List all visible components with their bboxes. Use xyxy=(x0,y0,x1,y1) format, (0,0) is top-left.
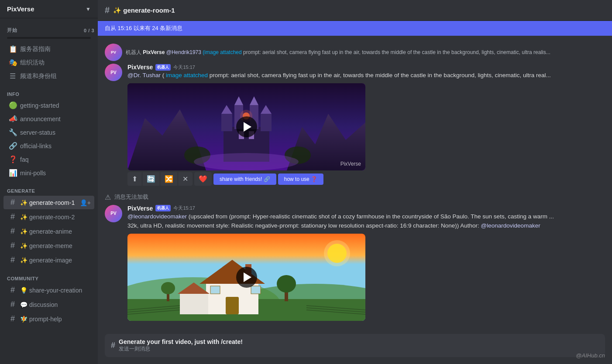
sidebar-item-label: ✨ generate-meme xyxy=(20,242,91,249)
channel-name: ✨ generate-room-1 xyxy=(113,7,175,14)
channel-header: # ✨ generate-room-1 xyxy=(98,0,612,21)
sidebar-item-label: 💡 share-your-creation xyxy=(20,287,91,294)
sidebar-item-label: 💬 discussion xyxy=(20,301,91,308)
hash-icon: # xyxy=(9,241,17,250)
share-with-friends-button[interactable]: share with friends! 🔗 xyxy=(213,173,276,185)
server-header[interactable]: PixVerse ▼ xyxy=(0,0,98,18)
sidebar-item-server-guide[interactable]: 📋 服务器指南 xyxy=(3,43,94,55)
svg-rect-27 xyxy=(226,297,239,314)
sidebar-item-share-your-creation[interactable]: # 💡 share-your-creation xyxy=(3,283,94,297)
sidebar-item-server-status[interactable]: 🔧 server-status xyxy=(3,126,94,139)
sidebar-item-faq[interactable]: ❓ faq xyxy=(3,153,94,166)
info-section-label: INFO xyxy=(7,92,19,97)
add-member-icon[interactable]: 👤+ xyxy=(80,199,91,206)
announcement-icon: 📣 xyxy=(9,115,17,123)
sidebar-item-label: ✨ generate-room-2 xyxy=(20,214,91,221)
official-links-icon: 🔗 xyxy=(9,142,17,150)
bot-name-2: PixVerse xyxy=(127,205,153,212)
start-progress: 0 / 3 xyxy=(84,28,94,33)
system-message: ⚠ 消息无法加载 xyxy=(98,191,612,203)
message-header-2: PixVerse 机器人 今天15:17 xyxy=(127,205,605,212)
sidebar: PixVerse ▼ 开始 0 / 3 📋 服务器指南 🎭 组织活动 ☰ 频道和… xyxy=(0,0,98,364)
messages-area[interactable]: PV 机器人 PixVerse @Hendrik1973 (image atta… xyxy=(98,36,612,330)
sidebar-item-prompt-help[interactable]: # 🧚 prompt-help xyxy=(3,312,94,326)
info-section-header: INFO xyxy=(0,90,98,99)
upscale-button[interactable]: ⬆ xyxy=(127,172,142,186)
heart-button[interactable]: ❤️ xyxy=(194,172,212,186)
svg-rect-31 xyxy=(180,293,208,314)
message-text-2b: 32k, ultra HD, realistic movement style:… xyxy=(127,222,605,230)
play-button-farmhouse[interactable] xyxy=(236,267,257,288)
avatar: PV xyxy=(105,64,122,81)
play-button-castle[interactable] xyxy=(236,116,257,137)
message-group-2: PV PixVerse 机器人 今天15:17 @leonardovideoma… xyxy=(98,203,612,323)
hash-icon: # xyxy=(9,227,17,236)
sidebar-item-label: 组织活动 xyxy=(20,59,91,67)
server-name: PixVerse xyxy=(7,5,34,13)
sidebar-item-label: 服务器指南 xyxy=(20,45,91,53)
sidebar-item-label: ✨ generate-image xyxy=(20,257,91,264)
header-link[interactable]: (image attatched xyxy=(203,49,241,55)
start-section-label: 开始 xyxy=(7,27,17,34)
image-attached-link[interactable]: image attatched xyxy=(166,72,208,78)
sidebar-item-label: 🧚 prompt-help xyxy=(20,316,91,323)
faq-icon: ❓ xyxy=(9,155,17,163)
farmhouse-video-thumbnail xyxy=(127,234,365,321)
avatar: PV xyxy=(105,205,122,222)
generate-section-label: GENERATE xyxy=(7,188,35,194)
mention-dr-tushar: @Dr. Tushar xyxy=(127,72,161,78)
message-text-1: @Dr. Tushar ( image attatched prompt: ae… xyxy=(127,71,605,80)
sidebar-item-getting-started[interactable]: 🟢 getting-started xyxy=(3,99,94,112)
message-content-1: PixVerse 机器人 今天15:17 @Dr. Tushar ( image… xyxy=(127,64,605,186)
start-section-header: 开始 0 / 3 xyxy=(0,25,98,35)
sidebar-item-label: announcement xyxy=(20,116,91,122)
bot-avatar-small: PV xyxy=(105,44,122,61)
message-group-1: PV PixVerse 机器人 今天15:17 @Dr. Tushar ( im… xyxy=(98,62,612,188)
sidebar-item-label: server-status xyxy=(20,129,91,136)
sidebar-item-label: getting-started xyxy=(20,102,91,109)
svg-point-18 xyxy=(194,153,299,170)
hash-icon: # xyxy=(9,286,17,295)
sidebar-item-mini-polls[interactable]: 📊 mini-polls xyxy=(3,167,94,179)
hash-icon: # xyxy=(9,300,17,309)
sidebar-item-label: mini-polls xyxy=(20,170,91,177)
svg-rect-4 xyxy=(221,114,232,131)
how-to-use-button[interactable]: how to use ❓ xyxy=(278,173,323,185)
header-notification: PV 机器人 PixVerse @Hendrik1973 (image atta… xyxy=(98,43,612,62)
sidebar-item-label: 频道和身份组 xyxy=(20,72,91,80)
timestamp: 今天15:17 xyxy=(173,64,195,71)
svg-point-21 xyxy=(324,240,350,266)
svg-rect-28 xyxy=(210,286,220,294)
sidebar-item-label: faq xyxy=(20,156,91,163)
sidebar-item-announcement[interactable]: 📣 announcement xyxy=(3,112,94,125)
progress-bar xyxy=(7,37,91,39)
channel-hash-icon: # xyxy=(105,5,110,15)
sidebar-item-channels-roles[interactable]: ☰ 频道和身份组 xyxy=(3,70,94,82)
bot-badge-2: 机器人 xyxy=(155,205,171,211)
input-hash-icon: # xyxy=(111,341,115,350)
message-header-1: PixVerse 机器人 今天15:17 xyxy=(127,64,605,71)
sidebar-item-discussion[interactable]: # 💬 discussion xyxy=(3,298,94,311)
input-title: Generate your first video, just with /cr… xyxy=(119,338,599,345)
server-guide-icon: 📋 xyxy=(9,45,17,53)
castle-background: PixVerse xyxy=(127,83,365,170)
chevron-down-icon: ▼ xyxy=(86,6,91,12)
input-subtitle: 发送一则消息 xyxy=(119,345,599,353)
new-messages-banner[interactable]: 自从 15:16 以来有 24 条新消息 xyxy=(98,21,612,36)
svg-point-36 xyxy=(161,282,175,294)
sidebar-item-label: ✨ generate-room-1 xyxy=(20,199,76,206)
sidebar-item-generate-image[interactable]: # ✨ generate-image xyxy=(3,253,94,267)
sidebar-item-generate-meme[interactable]: # ✨ generate-meme xyxy=(3,239,94,252)
farmhouse-video-embed xyxy=(127,234,365,321)
sidebar-item-official-links[interactable]: 🔗 official-links xyxy=(3,139,94,152)
sidebar-item-generate-room-1[interactable]: # ✨ generate-room-1 👤+ xyxy=(3,196,94,209)
sidebar-item-org-events[interactable]: 🎭 组织活动 xyxy=(3,56,94,69)
sidebar-item-generate-anime[interactable]: # ✨ generate-anime xyxy=(3,225,94,238)
refresh-button[interactable]: 🔄 xyxy=(142,172,160,186)
close-button[interactable]: ✕ xyxy=(178,172,193,186)
input-main: Generate your first video, just with /cr… xyxy=(119,338,599,353)
video-watermark-1: PixVerse xyxy=(340,161,361,167)
bot-name: PixVerse xyxy=(127,64,153,71)
shuffle-button[interactable]: 🔀 xyxy=(160,172,178,186)
sidebar-item-generate-room-2[interactable]: # ✨ generate-room-2 xyxy=(3,210,94,224)
